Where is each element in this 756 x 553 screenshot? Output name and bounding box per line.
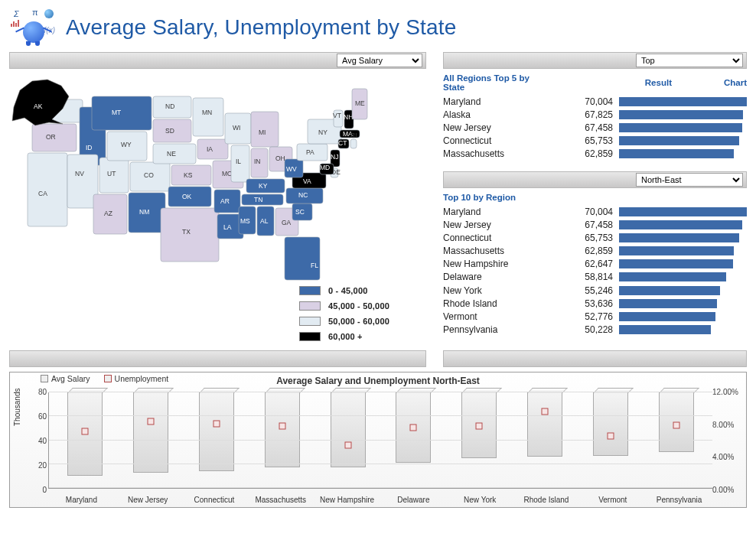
bar-cell bbox=[619, 149, 747, 158]
map-state-ca[interactable] bbox=[28, 153, 67, 226]
value-cell: 53,636 bbox=[576, 298, 613, 309]
map-state-tx[interactable] bbox=[161, 208, 219, 262]
map-state-wy[interactable] bbox=[107, 132, 147, 161]
top5-header: All Regions Top 5 by State Result Chart bbox=[443, 73, 747, 92]
x-tick: Massachusetts bbox=[252, 496, 310, 504]
bar-column bbox=[327, 392, 369, 488]
top10-header: Top 10 by Region bbox=[443, 193, 747, 202]
table-row: Alaska67,825 bbox=[443, 108, 747, 121]
map-state-md[interactable] bbox=[320, 164, 334, 174]
map-state-al[interactable] bbox=[257, 207, 274, 236]
top5-table: Maryland70,004Alaska67,825New Jersey67,4… bbox=[443, 95, 747, 161]
map-state-ut[interactable] bbox=[99, 158, 129, 193]
map-state-ks[interactable] bbox=[171, 165, 211, 185]
map-state-or[interactable] bbox=[32, 124, 77, 151]
map-state-sd[interactable] bbox=[153, 119, 191, 142]
map-state-in[interactable] bbox=[251, 148, 268, 177]
map-state-sc[interactable] bbox=[292, 203, 312, 220]
bar-cell bbox=[619, 110, 747, 119]
bar-cell bbox=[619, 312, 747, 321]
legend-label: 60,000 + bbox=[328, 332, 397, 341]
map-state-mi[interactable] bbox=[251, 112, 279, 147]
map-state-il[interactable] bbox=[231, 145, 249, 182]
y-tick: 0 bbox=[31, 486, 47, 494]
y-tick: 80 bbox=[31, 388, 47, 396]
bar-cell bbox=[619, 136, 747, 145]
top10-table: Maryland70,004New Jersey67,458Connecticu… bbox=[443, 205, 747, 337]
map-state-ne[interactable] bbox=[153, 144, 196, 164]
map-state-ct[interactable] bbox=[338, 139, 349, 148]
y2-tick: 0.00% bbox=[712, 486, 743, 494]
unemployment-marker bbox=[608, 433, 614, 440]
map-state-ar[interactable] bbox=[214, 190, 240, 213]
map-state-me[interactable] bbox=[352, 89, 367, 119]
map-state-ma[interactable] bbox=[340, 130, 360, 138]
bar-column bbox=[590, 392, 631, 488]
x-tick: Connecticut bbox=[185, 496, 243, 504]
state-cell: Delaware bbox=[443, 272, 570, 282]
mini-bar bbox=[619, 233, 739, 242]
map-state-ok[interactable] bbox=[168, 187, 211, 207]
legend-unemployment: Unemployment bbox=[115, 374, 169, 383]
region-select[interactable]: North-East bbox=[636, 173, 743, 187]
unemployment-marker bbox=[673, 421, 679, 428]
map-state-az[interactable] bbox=[93, 194, 127, 234]
unemployment-marker bbox=[147, 418, 154, 425]
y-tick: 40 bbox=[31, 437, 47, 445]
x-tick: Maryland bbox=[52, 496, 110, 504]
state-cell: New York bbox=[443, 285, 570, 296]
rank-select[interactable]: Top bbox=[636, 54, 743, 67]
map-state-mn[interactable] bbox=[193, 98, 223, 136]
mini-bar bbox=[619, 123, 742, 132]
chart-legend: Avg Salary Unemployment bbox=[41, 374, 168, 383]
table-row: Maryland70,004 bbox=[443, 205, 747, 218]
map-state-co[interactable] bbox=[130, 162, 170, 191]
bar-column bbox=[196, 392, 237, 488]
map-state-mt[interactable] bbox=[92, 96, 152, 130]
map-state-nd[interactable] bbox=[153, 96, 191, 118]
legend-row: 45,000 - 50,000 bbox=[299, 298, 397, 314]
state-cell: Vermont bbox=[443, 311, 570, 322]
map-state-wv[interactable] bbox=[285, 159, 303, 177]
unemployment-marker bbox=[476, 422, 483, 429]
mini-bar bbox=[619, 97, 747, 106]
state-cell: Pennsylvania bbox=[443, 324, 570, 335]
value-cell: 65,753 bbox=[576, 233, 613, 243]
bar-cell bbox=[619, 272, 747, 281]
logo: Σπ f(x) bbox=[9, 9, 55, 47]
legend-swatch bbox=[299, 332, 321, 341]
map-alaska: AK bbox=[9, 73, 78, 127]
legend-row: 60,000 + bbox=[299, 329, 397, 344]
metric-select[interactable]: Avg Salary bbox=[337, 54, 422, 67]
map-state-ia[interactable] bbox=[197, 139, 228, 159]
map-state-fl[interactable] bbox=[285, 237, 320, 280]
bar-cell bbox=[619, 299, 747, 308]
y2-tick: 4.00% bbox=[712, 453, 743, 461]
mini-bar bbox=[619, 259, 733, 268]
map-state-ms[interactable] bbox=[239, 207, 256, 234]
bar-column bbox=[524, 392, 565, 488]
table-row: Massachusetts62,859 bbox=[443, 148, 747, 161]
map-state-ky[interactable] bbox=[246, 179, 285, 193]
map-state-pa[interactable] bbox=[297, 144, 327, 161]
map-state-nc[interactable] bbox=[286, 188, 323, 203]
x-tick: Pennsylvania bbox=[650, 496, 709, 504]
state-cell: Massachusetts bbox=[443, 246, 570, 256]
map-state-ri[interactable] bbox=[350, 139, 357, 148]
table-row: New Jersey67,458 bbox=[443, 121, 747, 134]
map-state-nm[interactable] bbox=[129, 193, 165, 233]
map-state-vt[interactable] bbox=[334, 110, 343, 127]
value-cell: 67,458 bbox=[576, 220, 613, 230]
map-state-wi[interactable] bbox=[225, 113, 251, 144]
value-cell: 67,825 bbox=[576, 109, 613, 120]
map-state-tn[interactable] bbox=[242, 194, 283, 205]
bar-column bbox=[656, 392, 697, 488]
state-cell: Maryland bbox=[443, 96, 570, 107]
header: Σπ f(x) Average Salary, Unemployment by … bbox=[9, 9, 747, 47]
table-row: Massachusetts62,859 bbox=[443, 245, 747, 258]
divider-right bbox=[443, 350, 747, 367]
bar-column bbox=[458, 392, 500, 488]
table-row: Pennsylvania50,228 bbox=[443, 324, 747, 337]
x-tick: New Hampshire bbox=[318, 496, 376, 504]
mini-bar bbox=[619, 246, 734, 255]
